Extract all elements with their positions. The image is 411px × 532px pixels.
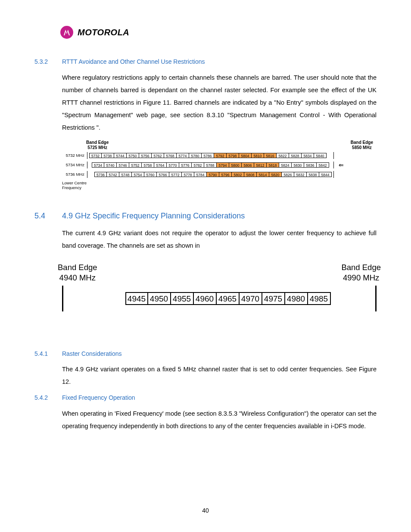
- channel-cell-barred: 5792: [214, 153, 227, 158]
- channel-cell-barred: 5820: [269, 172, 282, 177]
- channel-cell: 5844: [319, 172, 332, 177]
- channel-cell: 4955: [171, 292, 194, 305]
- section-number: 5.3.2: [34, 58, 55, 65]
- channel-cell: 5756: [139, 153, 152, 158]
- band-edge-labels: Band Edge5725 MHz Band Edge5850 MHz: [62, 140, 377, 150]
- channel-cell: 5752: [129, 162, 142, 168]
- raster-row-label: 5736 MHz: [62, 172, 84, 177]
- channel-cell-barred: 5816: [264, 153, 277, 158]
- brand-header: MOTOROLA: [60, 26, 377, 39]
- channel-cell-barred: 5804: [239, 153, 252, 158]
- document-page: MOTOROLA 5.3.2 RTTT Avoidance and Other …: [0, 0, 411, 532]
- channel-cell: 5774: [177, 153, 189, 158]
- channel-cell-barred: 5814: [257, 172, 269, 177]
- band-edge-marker: [375, 286, 377, 311]
- band-edge-right-label: Band Edge: [351, 140, 373, 145]
- section-title: Raster Considerations: [62, 350, 122, 357]
- channel-cell: 5834: [302, 153, 314, 158]
- channel-cell: 5766: [157, 172, 169, 177]
- heading-5.4: 5.4 4.9 GHz Specific Frequency Planning …: [34, 212, 377, 221]
- channel-cell: 5764: [154, 162, 167, 168]
- channel-cell: 4960: [194, 292, 217, 305]
- channel-raster-row: 5736 MHz57365742574857545760576657725778…: [62, 171, 377, 178]
- channel-cell: 5772: [169, 172, 182, 177]
- channel-raster-row: 5732 MHz57325738574457505756576257685774…: [62, 152, 377, 159]
- channel-cell: 4980: [285, 292, 308, 305]
- channel-cell: 4970: [240, 292, 262, 305]
- channel-cell: 5744: [114, 153, 127, 158]
- channel-cell: 5776: [179, 162, 192, 168]
- section-number: 5.4: [34, 212, 55, 221]
- channel-cell: 5840: [314, 153, 327, 158]
- figure-rttt-channels: Band Edge5725 MHz Band Edge5850 MHz 5732…: [62, 140, 377, 190]
- channel-cell-barred: 5808: [244, 172, 257, 177]
- paragraph: The 4.9 GHz variant operates on a fixed …: [62, 363, 377, 388]
- channel-cell: 5758: [142, 162, 154, 168]
- channel-cell: 5748: [119, 172, 132, 177]
- channel-cell: 4965: [217, 292, 240, 305]
- heading-5.3.2: 5.3.2 RTTT Avoidance and Other Channel U…: [34, 58, 377, 65]
- paragraph: When operating in 'Fixed Frequency' mode…: [62, 408, 377, 432]
- channel-raster-row: 5734 MHz57345740574657525758576457705776…: [62, 162, 377, 168]
- channel-cell: 5788: [204, 162, 217, 168]
- paragraph: The current 4.9 GHz variant does not req…: [62, 227, 377, 252]
- section-title: 4.9 GHz Specific Frequency Planning Cons…: [62, 212, 245, 221]
- band-edge-left-freq: 5725 MHz: [87, 145, 107, 150]
- channel-cell: 4975: [262, 292, 285, 305]
- channel-cell-barred: 5796: [219, 172, 232, 177]
- channel-cell: 5732: [89, 153, 102, 158]
- channel-strip: 5732573857445750575657625768577457805786…: [87, 152, 334, 159]
- motorola-logo-icon: [60, 26, 73, 39]
- band-edge-right-label: Band Edge: [341, 263, 381, 272]
- channel-cell-barred: 5794: [217, 162, 229, 168]
- channel-cell-barred: 5806: [242, 162, 254, 168]
- channel-cell-barred: 5798: [227, 153, 239, 158]
- channel-cell: 5740: [104, 162, 117, 168]
- channel-cell-barred: 5800: [229, 162, 242, 168]
- channel-cell: 5768: [164, 153, 177, 158]
- channel-cell: 5826: [282, 172, 294, 177]
- channel-cell: 5746: [117, 162, 129, 168]
- channel-cell: 5778: [182, 172, 194, 177]
- band-edge-labels: Band Edge4940 MHz Band Edge4990 MHz: [62, 262, 377, 283]
- channel-strip: 5734574057465752575857645770577657825788…: [87, 162, 334, 168]
- brand-name: MOTOROLA: [78, 28, 129, 37]
- channel-cell: 5842: [317, 162, 329, 168]
- section-number: 5.4.1: [34, 350, 55, 357]
- page-number: 40: [0, 507, 411, 514]
- band-edge-right-freq: 4990 MHz: [343, 273, 379, 282]
- band-edge-left-label: Band Edge: [86, 140, 109, 145]
- band-edge-right-freq: 5850 MHz: [352, 145, 372, 150]
- channel-cell: 4985: [308, 292, 331, 305]
- channel-cell: 5780: [189, 153, 202, 158]
- channel-cell: 5836: [304, 162, 317, 168]
- channel-cell: 5770: [167, 162, 179, 168]
- channel-cell: 5828: [289, 153, 302, 158]
- figure-4-9ghz-channels: Band Edge4940 MHz Band Edge4990 MHz 4945…: [62, 262, 377, 311]
- channel-cell: 5786: [202, 153, 214, 158]
- channel-cell: 4950: [148, 292, 171, 305]
- channel-cell: 5754: [132, 172, 144, 177]
- channel-cell: 5734: [92, 162, 104, 168]
- channel-cell-barred: 5812: [254, 162, 267, 168]
- channel-cell: 5782: [192, 162, 204, 168]
- paragraph: Where regulatory restrictions apply to c…: [62, 72, 377, 134]
- raster-row-label: 5732 MHz: [62, 153, 84, 158]
- channel-cell-barred: 5802: [232, 172, 244, 177]
- heading-5.4.2: 5.4.2 Fixed Frequency Operation: [34, 394, 377, 401]
- heading-5.4.1: 5.4.1 Raster Considerations: [34, 350, 377, 357]
- channel-cell: 4945: [125, 292, 148, 305]
- channel-cell: 5762: [152, 153, 164, 158]
- band-edge-left-freq: 4940 MHz: [59, 273, 96, 282]
- channel-cell-barred: 5810: [252, 153, 264, 158]
- band-edge-left-label: Band Edge: [58, 263, 97, 272]
- channel-cell-barred: 5818: [267, 162, 279, 168]
- channel-cell: 5838: [307, 172, 319, 177]
- raster-row-label: 5734 MHz: [62, 162, 84, 167]
- section-title: RTTT Avoidance and Other Channel Use Res…: [62, 58, 205, 65]
- channel-cell: 5742: [107, 172, 119, 177]
- channel-strip: 5736574257485754576057665772577857845790…: [87, 171, 334, 178]
- section-number: 5.4.2: [34, 394, 55, 401]
- channel-cell-barred: 5790: [207, 172, 219, 177]
- channel-cell: 5738: [102, 153, 114, 158]
